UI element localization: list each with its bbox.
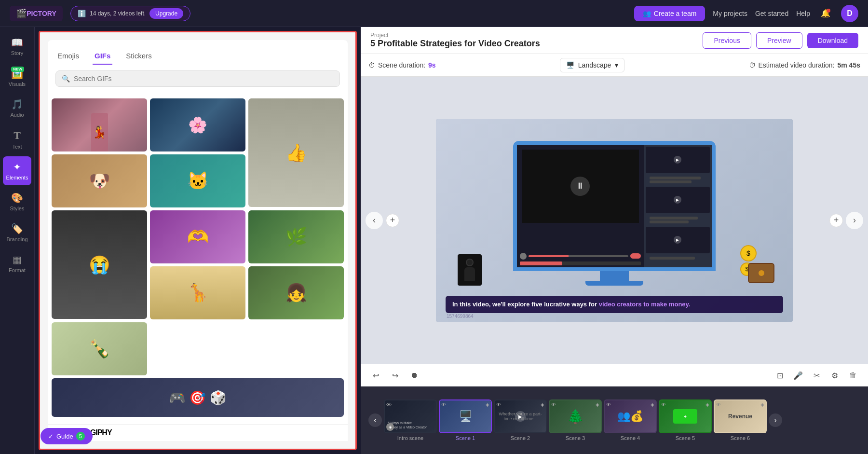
get-started-link[interactable]: Get started <box>755 10 788 17</box>
left-sidebar: 📖 Story 🖼️ NEW Visuals 🎵 Audio T Text <box>0 27 35 454</box>
next-scene-arrow[interactable]: › <box>846 212 863 229</box>
scene-thumb-6[interactable]: Revenue 👁 ◈ Scene 6 <box>714 399 767 441</box>
add-scene-left-button[interactable]: + <box>386 214 399 227</box>
user-avatar-small <box>520 253 527 260</box>
gif-item[interactable]: 😭 <box>52 210 147 319</box>
video-controls: ↩ ↪ ⏺ ⊡ 🎤 ✂ ⚙ 🗑 <box>361 364 868 386</box>
notification-bell[interactable]: 🔔 <box>818 6 833 21</box>
project-info: Project 5 Profitable Strategies for Vide… <box>370 32 540 49</box>
gif-item[interactable]: 🐶 <box>52 154 147 207</box>
coin-1: $ <box>740 245 757 261</box>
scene-badge: ◈ <box>386 423 394 431</box>
delete-button[interactable]: 🗑 <box>846 368 860 383</box>
sidebar-item-visuals[interactable]: 🖼️ NEW Visuals <box>0 63 34 92</box>
scene-6-content: Revenue <box>715 400 766 432</box>
sidebar-item-story[interactable]: 📖 Story <box>0 32 34 61</box>
sidebar-item-elements[interactable]: ✦ Elements <box>3 156 31 185</box>
timeline-prev-button[interactable]: ‹ <box>368 413 382 427</box>
play-button[interactable]: ⏺ <box>407 368 421 383</box>
gif-item[interactable]: 🌿 <box>248 210 344 263</box>
avatar[interactable]: D <box>841 5 858 22</box>
mini-play-icon: ▶ <box>674 236 681 244</box>
timeline-next-button[interactable]: › <box>769 413 782 427</box>
search-input[interactable] <box>74 75 334 83</box>
mini-thumb-2: ▶ <box>646 187 710 213</box>
text-icon: T <box>14 129 21 141</box>
monitor-main-video: ⏸ <box>517 145 644 267</box>
tab-stickers[interactable]: Stickers <box>124 48 153 65</box>
scene-thumb-5[interactable]: + 👁 ◈ Scene 5 <box>659 399 712 441</box>
mic-button[interactable]: 🎤 <box>791 368 805 383</box>
download-button[interactable]: Download <box>807 33 858 48</box>
gif-item[interactable]: 🎮 🎯 🎲 <box>52 378 344 417</box>
sidebar-item-branding[interactable]: 🏷️ Branding <box>0 218 34 247</box>
landscape-icon: 🖥️ <box>566 61 574 69</box>
thumb-text: 5 Ways to MakeMoney as a Video Creator <box>388 421 433 429</box>
scene-thumb-1[interactable]: 🖥️ 👁 ◈ Scene 1 <box>439 399 492 441</box>
caption-button[interactable]: ⊡ <box>773 368 787 383</box>
scene-thumb-3[interactable]: 🌲 👁 ◈ Scene 3 <box>549 399 602 441</box>
eye-icon: 👁 <box>386 402 434 408</box>
mini-text-area-3 <box>646 255 710 261</box>
scene-thumbnail-1: 🖥️ 👁 ◈ <box>439 399 492 433</box>
gif-item[interactable]: 🫶 <box>150 210 245 263</box>
giphy-logo: GIPHY <box>90 428 112 437</box>
my-projects-link[interactable]: My projects <box>713 10 747 17</box>
settings-button[interactable]: ⚙ <box>827 368 842 383</box>
gif-item[interactable]: 👍 <box>248 98 344 207</box>
preview-button[interactable]: Preview <box>756 32 802 49</box>
badge-icon-s3: ◈ <box>596 402 599 407</box>
monitor-foot <box>585 281 643 286</box>
tab-emojis[interactable]: Emojis <box>55 48 81 65</box>
gif-item[interactable]: 👧 <box>248 266 344 319</box>
sidebar-item-label: Elements <box>6 175 28 180</box>
search-bar: 🔍 <box>55 70 340 87</box>
audio-icon: 🎵 <box>11 99 23 110</box>
scene-3-content: 🌲 <box>550 400 601 432</box>
mini-text-area-1 <box>646 175 710 185</box>
mini-play-icon: ▶ <box>674 156 681 164</box>
text-line <box>650 220 689 223</box>
gif-item[interactable]: 🌸 <box>150 98 245 151</box>
gif-item[interactable]: 🐱 <box>150 154 245 207</box>
upgrade-button[interactable]: Upgrade <box>149 8 183 19</box>
progress-bar-bg <box>520 261 641 265</box>
video-canvas: ⏸ <box>436 119 793 322</box>
eye-icon-s6: 👁 <box>716 402 721 407</box>
mini-text-area-2 <box>646 215 710 225</box>
landscape-label: Landscape <box>578 61 611 69</box>
previous-button[interactable]: Previous <box>703 32 751 49</box>
scene-thumb-2[interactable]: Whether you're a part-time or full-time.… <box>494 399 547 441</box>
scene-thumb-4[interactable]: 👥💰 👁 ◈ Scene 4 <box>604 399 657 441</box>
sidebar-item-label: Audio <box>10 112 24 118</box>
prev-scene-arrow[interactable]: ‹ <box>366 212 383 229</box>
gif-grid: 💃 🌸 👍 🐶 <box>52 98 344 417</box>
edit-controls: ⊡ 🎤 ✂ ⚙ 🗑 <box>773 368 860 383</box>
monitor-container: ⏸ <box>436 119 793 322</box>
sidebar-item-format[interactable]: ▦ Format <box>0 249 34 278</box>
gif-item[interactable]: 🍾 <box>52 322 147 375</box>
redo-button[interactable]: ↪ <box>388 368 402 383</box>
sidebar-item-audio[interactable]: 🎵 Audio <box>0 94 34 123</box>
main-video-area: ⏸ <box>522 150 639 223</box>
video-canvas-wrap: ‹ + ⏸ <box>361 77 868 364</box>
scene-thumb-intro[interactable]: 5 Ways to MakeMoney as a Video Creator 👁… <box>384 399 437 441</box>
sidebar-item-label: Styles <box>10 206 25 211</box>
create-team-button[interactable]: 👥 Create a team <box>634 6 705 21</box>
guide-button[interactable]: ✓ Guide 5 <box>41 428 93 444</box>
sidebar-item-label: Format <box>9 267 26 273</box>
guide-check-icon: ✓ <box>48 433 54 440</box>
video-toolbar: ⏱ Scene duration: 9s 🖥️ Landscape ▾ ⏱ Es… <box>361 54 868 77</box>
logo-area: 🎬 PICTORY <box>10 6 63 21</box>
undo-button[interactable]: ↩ <box>368 368 383 383</box>
cut-button[interactable]: ✂ <box>809 368 824 383</box>
landscape-selector[interactable]: 🖥️ Landscape ▾ <box>560 58 625 72</box>
sidebar-item-text[interactable]: T Text <box>0 124 34 154</box>
help-link[interactable]: Help <box>796 10 810 17</box>
sidebar-item-styles[interactable]: 🎨 Styles <box>0 187 34 216</box>
pictory-logo: 🎬 PICTORY <box>10 6 63 21</box>
tab-gifs[interactable]: GIFs <box>93 48 112 65</box>
gif-item[interactable]: 🦒 <box>150 266 245 319</box>
gif-item[interactable]: 💃 <box>52 98 147 151</box>
add-scene-right-button[interactable]: + <box>829 214 843 227</box>
